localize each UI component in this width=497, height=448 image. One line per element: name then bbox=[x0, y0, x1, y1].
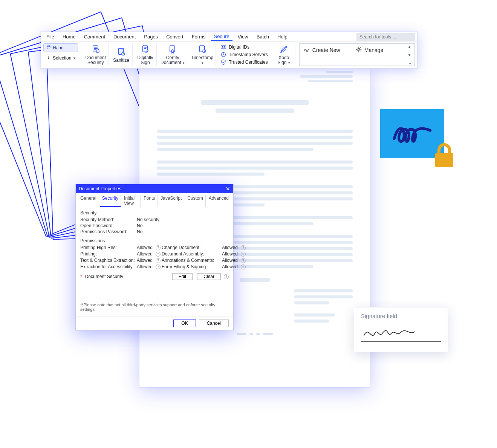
manage-signatures-button[interactable]: Manage bbox=[355, 46, 384, 54]
perm-label: Text & Graphics Extraction: bbox=[80, 258, 137, 263]
expand-icon: ⌄ bbox=[408, 61, 414, 65]
chevron-down-icon: ▾ bbox=[202, 61, 203, 65]
help-icon[interactable]: ? bbox=[224, 274, 229, 279]
svg-point-10 bbox=[222, 46, 223, 47]
hand-tool-label: Hand bbox=[53, 45, 64, 50]
perm-value: Allowed bbox=[222, 258, 241, 263]
tab-advanced[interactable]: Advanced bbox=[206, 195, 231, 207]
open-password-value: No bbox=[137, 223, 142, 228]
menu-pages[interactable]: Pages bbox=[141, 33, 161, 40]
search-tools-input[interactable] bbox=[356, 33, 415, 41]
document-clock-icon bbox=[197, 44, 208, 55]
perm-value: Allowed bbox=[222, 245, 241, 250]
security-note: **Please note that not all third-party s… bbox=[80, 303, 229, 312]
security-method-value: No security bbox=[137, 217, 159, 222]
menu-secure[interactable]: Secure bbox=[211, 33, 232, 41]
dialog-title: Document Properties bbox=[79, 186, 121, 191]
document-lock-icon bbox=[90, 44, 101, 55]
clear-button[interactable]: Clear bbox=[197, 273, 221, 280]
menu-batch[interactable]: Batch bbox=[254, 33, 272, 40]
document-security-button[interactable]: Document Security bbox=[83, 43, 109, 66]
sanitize-label: Sanitize bbox=[113, 58, 129, 63]
document-ribbon-icon bbox=[167, 44, 178, 55]
tab-general[interactable]: General bbox=[78, 195, 99, 207]
perm-label: Annotations & Comments: bbox=[162, 258, 222, 263]
security-heading: Security bbox=[80, 210, 229, 216]
menu-file[interactable]: File bbox=[43, 33, 57, 40]
permissions-grid: Printing High Res:Allowed? Change Docume… bbox=[80, 245, 229, 269]
perm-label: Extraction for Accessibility: bbox=[80, 264, 137, 269]
sanitize-button[interactable]: Sanitize bbox=[110, 43, 133, 66]
scroll-up-icon: ▴ bbox=[408, 44, 414, 49]
menu-comment[interactable]: Comment bbox=[81, 33, 108, 40]
security-method-label: Security Method: bbox=[80, 217, 137, 222]
digital-ids-label: Digital IDs bbox=[229, 44, 249, 50]
tab-fonts[interactable]: Fonts bbox=[141, 195, 158, 207]
gear-icon bbox=[355, 46, 362, 54]
trusted-certificates-label: Trusted Certificates bbox=[229, 60, 268, 65]
menu-convert[interactable]: Convert bbox=[163, 33, 187, 40]
hand-tool[interactable]: Hand bbox=[43, 43, 78, 52]
menu-forms[interactable]: Forms bbox=[189, 33, 209, 40]
dialog-titlebar[interactable]: Document Properties ✕ bbox=[76, 184, 233, 193]
secure-toolbar: Hand Selection ▾ Document Security Sanit… bbox=[41, 42, 417, 68]
permissions-heading: Permissions bbox=[80, 238, 229, 243]
help-icon[interactable]: ? bbox=[241, 265, 246, 269]
signature-list-panel: Create New Manage ▴ ▾ ⌄ bbox=[299, 43, 415, 66]
cancel-button[interactable]: Cancel bbox=[199, 320, 229, 327]
digitally-sign-button[interactable]: Digitally Sign bbox=[134, 43, 157, 66]
scroll-down-icon: ▾ bbox=[408, 53, 414, 57]
chevron-down-icon: ▾ bbox=[182, 61, 185, 65]
perm-value: Allowed bbox=[137, 258, 156, 263]
app-ribbon: File Home Comment Document Pages Convert… bbox=[41, 32, 417, 69]
svg-point-6 bbox=[171, 50, 174, 52]
certify-document-button[interactable]: Certify Document ▾ bbox=[158, 43, 187, 66]
panel-scrollbar[interactable]: ▴ ▾ ⌄ bbox=[408, 44, 414, 65]
menu-view[interactable]: View bbox=[235, 33, 251, 40]
clock-server-icon bbox=[220, 52, 226, 58]
selection-tool[interactable]: Selection ▾ bbox=[43, 54, 78, 62]
create-new-label: Create New bbox=[312, 47, 340, 53]
digitally-sign-label: Digitally Sign bbox=[138, 55, 153, 65]
timestamp-button[interactable]: Timestamp▾ bbox=[189, 43, 216, 66]
tab-custom[interactable]: Custom bbox=[185, 195, 205, 207]
close-icon[interactable]: ✕ bbox=[226, 186, 230, 192]
create-new-signature-button[interactable]: Create New bbox=[303, 46, 340, 54]
menu-help[interactable]: Help bbox=[274, 33, 291, 40]
text-select-icon bbox=[46, 55, 51, 61]
document-pen-icon bbox=[140, 44, 151, 55]
signature-field-label: Signature field bbox=[361, 313, 441, 319]
required-star: * bbox=[80, 274, 82, 279]
help-icon[interactable]: ? bbox=[241, 258, 246, 263]
manage-label: Manage bbox=[364, 47, 384, 53]
ok-button[interactable]: OK bbox=[173, 320, 196, 327]
signature-scribble-icon bbox=[361, 323, 421, 342]
tab-javascript[interactable]: JavaScript bbox=[158, 195, 184, 207]
help-icon[interactable]: ? bbox=[156, 265, 161, 269]
tab-security[interactable]: Security bbox=[100, 195, 121, 207]
help-icon[interactable]: ? bbox=[156, 252, 161, 257]
xodo-sign-button[interactable]: Xodo Sign ▾ bbox=[273, 43, 295, 66]
document-security-label: Document Security bbox=[85, 55, 106, 65]
trusted-certificates-button[interactable]: Trusted Certificates bbox=[220, 59, 268, 65]
menu-home[interactable]: Home bbox=[60, 33, 79, 40]
timestamp-servers-label: Timestamp Servers bbox=[229, 52, 268, 57]
menu-document[interactable]: Document bbox=[110, 33, 139, 40]
help-icon[interactable]: ? bbox=[156, 258, 161, 263]
perm-value: Allowed bbox=[137, 264, 156, 269]
lock-icon bbox=[432, 142, 456, 169]
help-icon[interactable]: ? bbox=[156, 245, 161, 250]
digital-ids-button[interactable]: Digital IDs bbox=[220, 44, 268, 50]
timestamp-servers-button[interactable]: Timestamp Servers bbox=[220, 52, 268, 58]
id-card-icon bbox=[220, 44, 226, 50]
perm-label: Form Filling & Signing: bbox=[162, 264, 222, 269]
edit-button[interactable]: Edit bbox=[172, 273, 193, 280]
svg-point-12 bbox=[358, 48, 359, 50]
xodo-sign-label: Xodo Sign ▾ bbox=[278, 55, 291, 65]
perm-value: Allowed bbox=[222, 251, 241, 257]
tab-initial-view[interactable]: Initial View bbox=[122, 195, 141, 207]
security-badge-graphic bbox=[380, 109, 448, 161]
help-icon[interactable]: ? bbox=[241, 245, 246, 250]
help-icon[interactable]: ? bbox=[241, 252, 246, 257]
timestamp-label: Timestamp▾ bbox=[191, 55, 213, 65]
